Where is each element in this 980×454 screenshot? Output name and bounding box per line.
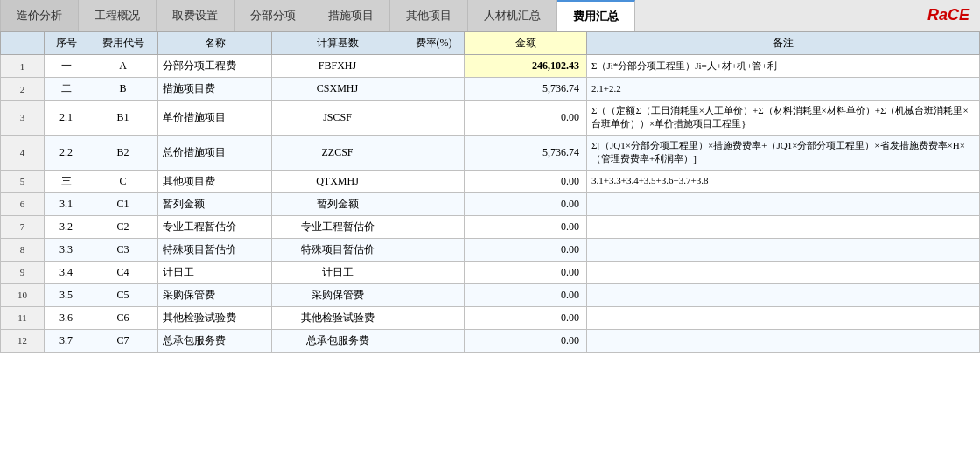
cell-base-9: 采购保管费 — [272, 283, 403, 306]
cell-rate-0 — [403, 55, 465, 78]
table-row: 113.6C6其他检验试验费其他检验试验费0.00 — [1, 306, 980, 329]
cell-code-1: B — [88, 78, 158, 101]
cell-rate-9 — [403, 283, 465, 306]
cell-seq-8: 3.4 — [45, 261, 88, 283]
cell-amount-0: 246,102.43 — [465, 55, 587, 78]
cell-note-2: Σ（（定额Σ（工日消耗里×人工单价）+Σ（材料消耗里×材料单价）+Σ（机械台班消… — [587, 101, 980, 136]
tab-gongcheng[interactable]: 工程概况 — [79, 0, 157, 31]
cell-seq-3: 2.2 — [45, 135, 88, 170]
cell-amount-3: 5,736.74 — [465, 135, 587, 170]
cell-idx-0: 1 — [1, 55, 45, 78]
cell-amount-8: 0.00 — [465, 261, 587, 283]
cell-rate-8 — [403, 261, 465, 283]
cell-base-10: 其他检验试验费 — [272, 306, 403, 329]
cell-name-10: 其他检验试验费 — [158, 306, 272, 329]
cell-base-7: 特殊项目暂估价 — [272, 238, 403, 261]
cell-seq-10: 3.6 — [45, 306, 88, 329]
cell-rate-2 — [403, 101, 465, 136]
cell-name-7: 特殊项目暂估价 — [158, 238, 272, 261]
cell-rate-10 — [403, 306, 465, 329]
tab-qita[interactable]: 其他项目 — [390, 0, 468, 31]
cell-base-2: JSCSF — [272, 101, 403, 136]
cell-name-4: 其他项目费 — [158, 170, 272, 192]
cell-name-2: 单价措施项目 — [158, 101, 272, 136]
table-row: 1一A分部分项工程费FBFXHJ246,102.43Σ（Ji*分部分项工程里）J… — [1, 55, 980, 78]
top-tab-bar: 造价分析工程概况取费设置分部分项措施项目其他项目人材机汇总费用汇总RaCE — [0, 0, 980, 31]
cell-note-0: Σ（Ji*分部分项工程里）Ji=人+材+机+管+利 — [587, 55, 980, 78]
header-note: 备注 — [587, 32, 980, 55]
cell-name-0: 分部分项工程费 — [158, 55, 272, 78]
cell-code-10: C6 — [88, 306, 158, 329]
cell-idx-6: 7 — [1, 215, 45, 238]
cell-seq-4: 三 — [45, 170, 88, 192]
table-container: 序号 费用代号 名称 计算基数 费率(%) 金额 备注 1一A分部分项工程费FB… — [0, 31, 980, 454]
cell-rate-5 — [403, 192, 465, 215]
cell-note-9 — [587, 283, 980, 306]
app-container: 造价分析工程概况取费设置分部分项措施项目其他项目人材机汇总费用汇总RaCE 序号… — [0, 0, 980, 454]
header-base: 计算基数 — [272, 32, 403, 55]
cell-amount-9: 0.00 — [465, 283, 587, 306]
cell-note-11 — [587, 329, 980, 352]
cell-name-5: 暂列金额 — [158, 192, 272, 215]
cell-idx-11: 12 — [1, 329, 45, 352]
cell-rate-4 — [403, 170, 465, 192]
cell-amount-5: 0.00 — [465, 192, 587, 215]
cell-note-3: Σ[（JQ1×分部分项工程里）×措施费费率+（JQ1×分部分项工程里）×省发措施… — [587, 135, 980, 170]
cell-idx-10: 11 — [1, 306, 45, 329]
tab-cuoshi[interactable]: 措施项目 — [312, 0, 390, 31]
cell-base-5: 暂列金额 — [272, 192, 403, 215]
cell-code-7: C3 — [88, 238, 158, 261]
tab-qufei[interactable]: 取费设置 — [157, 0, 234, 31]
cell-name-11: 总承包服务费 — [158, 329, 272, 352]
cell-idx-7: 8 — [1, 238, 45, 261]
cell-amount-11: 0.00 — [465, 329, 587, 352]
cell-note-5 — [587, 192, 980, 215]
table-row: 73.2C2专业工程暂估价专业工程暂估价0.00 — [1, 215, 980, 238]
cell-code-11: C7 — [88, 329, 158, 352]
header-name: 名称 — [158, 32, 272, 55]
table-row: 2二B措施项目费CSXMHJ5,736.742.1+2.2 — [1, 78, 980, 101]
cell-name-8: 计日工 — [158, 261, 272, 283]
cell-rate-6 — [403, 215, 465, 238]
cell-base-11: 总承包服务费 — [272, 329, 403, 352]
cell-idx-5: 6 — [1, 192, 45, 215]
cell-amount-6: 0.00 — [465, 215, 587, 238]
cell-name-1: 措施项目费 — [158, 78, 272, 101]
cell-note-6 — [587, 215, 980, 238]
tab-zaojia[interactable]: 造价分析 — [0, 0, 79, 31]
table-row: 103.5C5采购保管费采购保管费0.00 — [1, 283, 980, 306]
cell-note-8 — [587, 261, 980, 283]
cell-idx-1: 2 — [1, 78, 45, 101]
cell-amount-1: 5,736.74 — [465, 78, 587, 101]
header-idx — [1, 32, 45, 55]
cell-base-0: FBFXHJ — [272, 55, 403, 78]
cell-idx-8: 9 — [1, 261, 45, 283]
cell-amount-7: 0.00 — [465, 238, 587, 261]
cell-seq-5: 3.1 — [45, 192, 88, 215]
table-row: 5三C其他项目费QTXMHJ0.003.1+3.3+3.4+3.5+3.6+3.… — [1, 170, 980, 192]
cell-code-4: C — [88, 170, 158, 192]
cell-code-8: C4 — [88, 261, 158, 283]
tab-rencai[interactable]: 人材机汇总 — [468, 0, 557, 31]
cell-seq-6: 3.2 — [45, 215, 88, 238]
table-row: 42.2B2总价措施项目ZZCSF5,736.74Σ[（JQ1×分部分项工程里）… — [1, 135, 980, 170]
cell-name-9: 采购保管费 — [158, 283, 272, 306]
cell-base-1: CSXMHJ — [272, 78, 403, 101]
cell-idx-4: 5 — [1, 170, 45, 192]
cell-idx-2: 3 — [1, 101, 45, 136]
cell-base-3: ZZCSF — [272, 135, 403, 170]
header-seq: 序号 — [45, 32, 88, 55]
cell-seq-9: 3.5 — [45, 283, 88, 306]
header-code: 费用代号 — [88, 32, 158, 55]
cell-note-4: 3.1+3.3+3.4+3.5+3.6+3.7+3.8 — [587, 170, 980, 192]
cell-code-5: C1 — [88, 192, 158, 215]
cell-name-6: 专业工程暂估价 — [158, 215, 272, 238]
cell-idx-3: 4 — [1, 135, 45, 170]
table-row: 123.7C7总承包服务费总承包服务费0.00 — [1, 329, 980, 352]
cell-rate-1 — [403, 78, 465, 101]
cell-seq-2: 2.1 — [45, 101, 88, 136]
tab-feiyong[interactable]: 费用汇总 — [557, 0, 635, 31]
tab-fenbu[interactable]: 分部分项 — [234, 0, 312, 31]
cell-seq-11: 3.7 — [45, 329, 88, 352]
header-amount: 金额 — [465, 32, 587, 55]
